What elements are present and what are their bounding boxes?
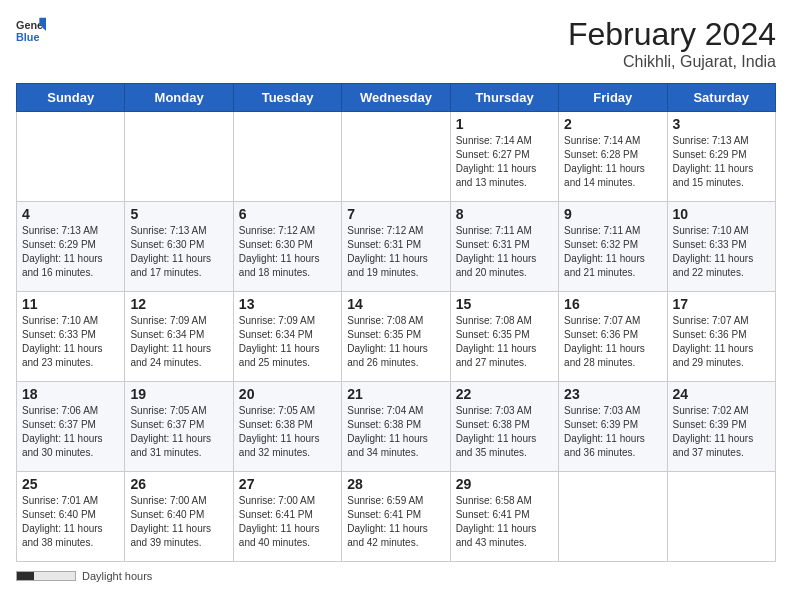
day-of-week-header: Sunday — [17, 84, 125, 112]
day-number: 26 — [130, 476, 227, 492]
day-of-week-header: Tuesday — [233, 84, 341, 112]
calendar-cell: 27Sunrise: 7:00 AM Sunset: 6:41 PM Dayli… — [233, 472, 341, 562]
day-info: Sunrise: 7:06 AM Sunset: 6:37 PM Dayligh… — [22, 404, 119, 460]
day-of-week-header: Wednesday — [342, 84, 450, 112]
day-info: Sunrise: 7:00 AM Sunset: 6:40 PM Dayligh… — [130, 494, 227, 550]
page-header: General Blue February 2024 Chikhli, Guja… — [16, 16, 776, 71]
day-info: Sunrise: 7:11 AM Sunset: 6:32 PM Dayligh… — [564, 224, 661, 280]
day-number: 3 — [673, 116, 770, 132]
day-number: 25 — [22, 476, 119, 492]
day-info: Sunrise: 7:14 AM Sunset: 6:27 PM Dayligh… — [456, 134, 553, 190]
day-info: Sunrise: 7:10 AM Sunset: 6:33 PM Dayligh… — [22, 314, 119, 370]
day-of-week-header: Saturday — [667, 84, 775, 112]
calendar-cell: 18Sunrise: 7:06 AM Sunset: 6:37 PM Dayli… — [17, 382, 125, 472]
calendar-cell: 3Sunrise: 7:13 AM Sunset: 6:29 PM Daylig… — [667, 112, 775, 202]
day-number: 1 — [456, 116, 553, 132]
day-info: Sunrise: 7:08 AM Sunset: 6:35 PM Dayligh… — [347, 314, 444, 370]
day-number: 23 — [564, 386, 661, 402]
day-info: Sunrise: 7:13 AM Sunset: 6:29 PM Dayligh… — [22, 224, 119, 280]
calendar-table: SundayMondayTuesdayWednesdayThursdayFrid… — [16, 83, 776, 562]
day-number: 7 — [347, 206, 444, 222]
day-info: Sunrise: 7:11 AM Sunset: 6:31 PM Dayligh… — [456, 224, 553, 280]
day-number: 16 — [564, 296, 661, 312]
calendar-cell: 12Sunrise: 7:09 AM Sunset: 6:34 PM Dayli… — [125, 292, 233, 382]
calendar-cell: 21Sunrise: 7:04 AM Sunset: 6:38 PM Dayli… — [342, 382, 450, 472]
calendar-cell: 15Sunrise: 7:08 AM Sunset: 6:35 PM Dayli… — [450, 292, 558, 382]
calendar-cell: 26Sunrise: 7:00 AM Sunset: 6:40 PM Dayli… — [125, 472, 233, 562]
day-info: Sunrise: 7:00 AM Sunset: 6:41 PM Dayligh… — [239, 494, 336, 550]
day-info: Sunrise: 7:05 AM Sunset: 6:38 PM Dayligh… — [239, 404, 336, 460]
day-number: 18 — [22, 386, 119, 402]
day-number: 8 — [456, 206, 553, 222]
day-info: Sunrise: 7:01 AM Sunset: 6:40 PM Dayligh… — [22, 494, 119, 550]
day-info: Sunrise: 7:02 AM Sunset: 6:39 PM Dayligh… — [673, 404, 770, 460]
day-info: Sunrise: 7:10 AM Sunset: 6:33 PM Dayligh… — [673, 224, 770, 280]
day-info: Sunrise: 7:09 AM Sunset: 6:34 PM Dayligh… — [130, 314, 227, 370]
day-info: Sunrise: 7:03 AM Sunset: 6:38 PM Dayligh… — [456, 404, 553, 460]
day-info: Sunrise: 7:13 AM Sunset: 6:29 PM Dayligh… — [673, 134, 770, 190]
calendar-cell: 25Sunrise: 7:01 AM Sunset: 6:40 PM Dayli… — [17, 472, 125, 562]
calendar-cell: 13Sunrise: 7:09 AM Sunset: 6:34 PM Dayli… — [233, 292, 341, 382]
calendar-cell: 10Sunrise: 7:10 AM Sunset: 6:33 PM Dayli… — [667, 202, 775, 292]
day-number: 21 — [347, 386, 444, 402]
day-info: Sunrise: 6:59 AM Sunset: 6:41 PM Dayligh… — [347, 494, 444, 550]
month-year-title: February 2024 — [568, 16, 776, 53]
calendar-cell: 16Sunrise: 7:07 AM Sunset: 6:36 PM Dayli… — [559, 292, 667, 382]
calendar-cell: 9Sunrise: 7:11 AM Sunset: 6:32 PM Daylig… — [559, 202, 667, 292]
daylight-label: Daylight hours — [82, 570, 152, 582]
day-number: 15 — [456, 296, 553, 312]
day-number: 11 — [22, 296, 119, 312]
day-info: Sunrise: 7:07 AM Sunset: 6:36 PM Dayligh… — [564, 314, 661, 370]
day-number: 10 — [673, 206, 770, 222]
day-number: 14 — [347, 296, 444, 312]
day-info: Sunrise: 7:03 AM Sunset: 6:39 PM Dayligh… — [564, 404, 661, 460]
calendar-cell: 24Sunrise: 7:02 AM Sunset: 6:39 PM Dayli… — [667, 382, 775, 472]
day-of-week-header: Monday — [125, 84, 233, 112]
day-info: Sunrise: 7:09 AM Sunset: 6:34 PM Dayligh… — [239, 314, 336, 370]
calendar-cell: 29Sunrise: 6:58 AM Sunset: 6:41 PM Dayli… — [450, 472, 558, 562]
calendar-week-row: 18Sunrise: 7:06 AM Sunset: 6:37 PM Dayli… — [17, 382, 776, 472]
generalblue-logo-icon: General Blue — [16, 16, 46, 46]
day-number: 2 — [564, 116, 661, 132]
calendar-week-row: 11Sunrise: 7:10 AM Sunset: 6:33 PM Dayli… — [17, 292, 776, 382]
calendar-cell — [125, 112, 233, 202]
calendar-cell: 23Sunrise: 7:03 AM Sunset: 6:39 PM Dayli… — [559, 382, 667, 472]
day-info: Sunrise: 7:13 AM Sunset: 6:30 PM Dayligh… — [130, 224, 227, 280]
title-block: February 2024 Chikhli, Gujarat, India — [568, 16, 776, 71]
calendar-cell — [342, 112, 450, 202]
calendar-cell: 17Sunrise: 7:07 AM Sunset: 6:36 PM Dayli… — [667, 292, 775, 382]
calendar-cell: 19Sunrise: 7:05 AM Sunset: 6:37 PM Dayli… — [125, 382, 233, 472]
day-info: Sunrise: 7:07 AM Sunset: 6:36 PM Dayligh… — [673, 314, 770, 370]
calendar-cell: 11Sunrise: 7:10 AM Sunset: 6:33 PM Dayli… — [17, 292, 125, 382]
day-of-week-header: Thursday — [450, 84, 558, 112]
calendar-header-row: SundayMondayTuesdayWednesdayThursdayFrid… — [17, 84, 776, 112]
day-number: 9 — [564, 206, 661, 222]
calendar-cell: 14Sunrise: 7:08 AM Sunset: 6:35 PM Dayli… — [342, 292, 450, 382]
day-number: 12 — [130, 296, 227, 312]
calendar-cell: 28Sunrise: 6:59 AM Sunset: 6:41 PM Dayli… — [342, 472, 450, 562]
location-subtitle: Chikhli, Gujarat, India — [568, 53, 776, 71]
calendar-week-row: 1Sunrise: 7:14 AM Sunset: 6:27 PM Daylig… — [17, 112, 776, 202]
day-info: Sunrise: 6:58 AM Sunset: 6:41 PM Dayligh… — [456, 494, 553, 550]
day-number: 19 — [130, 386, 227, 402]
calendar-cell: 8Sunrise: 7:11 AM Sunset: 6:31 PM Daylig… — [450, 202, 558, 292]
day-number: 17 — [673, 296, 770, 312]
calendar-cell: 22Sunrise: 7:03 AM Sunset: 6:38 PM Dayli… — [450, 382, 558, 472]
day-number: 29 — [456, 476, 553, 492]
day-number: 4 — [22, 206, 119, 222]
calendar-cell — [17, 112, 125, 202]
day-number: 13 — [239, 296, 336, 312]
calendar-cell: 5Sunrise: 7:13 AM Sunset: 6:30 PM Daylig… — [125, 202, 233, 292]
day-number: 22 — [456, 386, 553, 402]
daylight-bar-icon — [16, 571, 76, 581]
svg-text:Blue: Blue — [16, 31, 39, 43]
calendar-cell — [667, 472, 775, 562]
footer: Daylight hours — [16, 570, 776, 582]
calendar-cell — [233, 112, 341, 202]
calendar-cell: 20Sunrise: 7:05 AM Sunset: 6:38 PM Dayli… — [233, 382, 341, 472]
calendar-cell: 2Sunrise: 7:14 AM Sunset: 6:28 PM Daylig… — [559, 112, 667, 202]
day-number: 20 — [239, 386, 336, 402]
calendar-week-row: 4Sunrise: 7:13 AM Sunset: 6:29 PM Daylig… — [17, 202, 776, 292]
day-of-week-header: Friday — [559, 84, 667, 112]
day-info: Sunrise: 7:12 AM Sunset: 6:31 PM Dayligh… — [347, 224, 444, 280]
